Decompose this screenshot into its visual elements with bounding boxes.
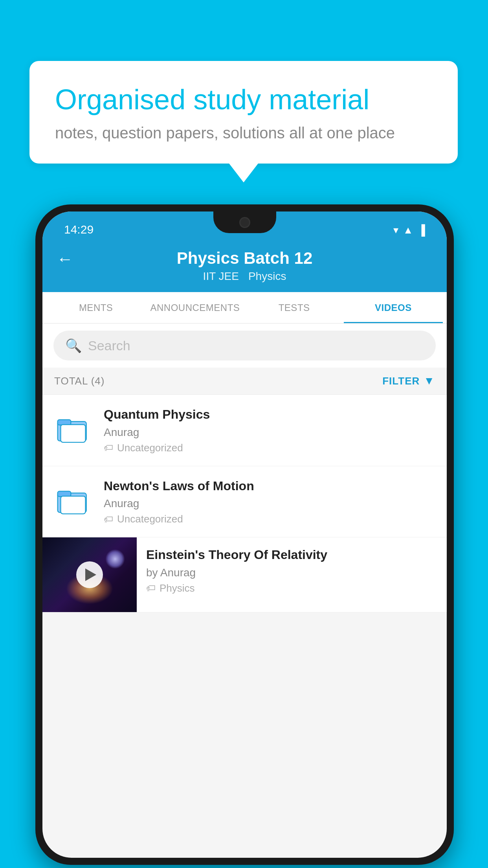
header-tag-iitjee: IIT JEE: [203, 270, 239, 283]
battery-icon: ▐: [418, 224, 425, 236]
app-header: ← Physics Batch 12 IIT JEE Physics: [42, 241, 447, 292]
phone-container: 14:29 ▾ ▲ ▐ ← Physics Batch 12 IIT JEE P…: [35, 204, 454, 865]
video-info: Quantum Physics Anurag 🏷 Uncategorized: [104, 406, 436, 454]
thumb-orbs: [105, 549, 125, 569]
folder-icon-container: [53, 478, 93, 521]
search-bar[interactable]: 🔍 Search: [53, 331, 436, 360]
folder-icon-container: [53, 406, 93, 450]
svg-rect-5: [61, 496, 86, 514]
header-title: Physics Batch 12: [177, 249, 313, 268]
video-list: Quantum Physics Anurag 🏷 Uncategorized: [42, 395, 447, 612]
signal-icon: ▲: [403, 224, 413, 236]
video-tag: 🏷 Physics: [146, 582, 437, 594]
filter-icon: ▼: [424, 375, 435, 387]
speech-bubble: Organised study material notes, question…: [29, 61, 458, 164]
list-item[interactable]: Einstein's Theory Of Relativity by Anura…: [42, 537, 447, 612]
header-tag-physics: Physics: [248, 270, 286, 283]
video-title: Quantum Physics: [104, 406, 436, 423]
tab-tests[interactable]: TESTS: [245, 292, 344, 323]
bubble-title: Organised study material: [55, 83, 432, 116]
status-time: 14:29: [64, 223, 94, 236]
tab-videos[interactable]: VIDEOS: [344, 292, 443, 323]
video-tag: 🏷 Uncategorized: [104, 442, 436, 454]
svg-rect-2: [61, 425, 86, 442]
bubble-subtitle: notes, question papers, solutions all at…: [55, 124, 432, 142]
search-placeholder: Search: [88, 338, 130, 353]
play-icon: [85, 568, 96, 581]
search-container: 🔍 Search: [42, 324, 447, 368]
total-count: TOTAL (4): [54, 375, 105, 387]
folder-icon: [55, 410, 91, 446]
tag-icon: 🏷: [104, 442, 113, 453]
front-camera: [239, 217, 250, 228]
list-item[interactable]: Quantum Physics Anurag 🏷 Uncategorized: [42, 395, 447, 466]
tag-icon: 🏷: [104, 514, 113, 525]
play-button[interactable]: [76, 561, 103, 588]
video-info: Einstein's Theory Of Relativity by Anura…: [137, 537, 447, 604]
video-title: Einstein's Theory Of Relativity: [146, 547, 437, 563]
back-button[interactable]: ←: [57, 250, 73, 268]
phone-notch: [213, 211, 276, 233]
filter-button[interactable]: FILTER ▼: [382, 375, 435, 387]
video-author: Anurag: [104, 426, 436, 439]
video-tag: 🏷 Uncategorized: [104, 513, 436, 525]
filter-label: FILTER: [382, 375, 420, 387]
phone-screen: 14:29 ▾ ▲ ▐ ← Physics Batch 12 IIT JEE P…: [42, 211, 447, 858]
wifi-icon: ▾: [393, 224, 398, 236]
folder-icon: [55, 482, 91, 517]
tag-label: Uncategorized: [117, 442, 183, 454]
filter-bar: TOTAL (4) FILTER ▼: [42, 368, 447, 395]
video-author: by Anurag: [146, 566, 437, 579]
search-icon: 🔍: [65, 338, 82, 353]
tag-label: Physics: [160, 582, 195, 594]
status-icons: ▾ ▲ ▐: [393, 224, 425, 236]
tabs-bar: MENTS ANNOUNCEMENTS TESTS VIDEOS: [42, 292, 447, 324]
tab-announcements[interactable]: ANNOUNCEMENTS: [145, 292, 244, 323]
video-title: Newton's Laws of Motion: [104, 478, 436, 495]
list-item[interactable]: Newton's Laws of Motion Anurag 🏷 Uncateg…: [42, 466, 447, 538]
video-author: Anurag: [104, 497, 436, 510]
video-thumbnail: [42, 537, 137, 612]
video-info: Newton's Laws of Motion Anurag 🏷 Uncateg…: [104, 478, 436, 526]
tag-label: Uncategorized: [117, 513, 183, 525]
phone-outer: 14:29 ▾ ▲ ▐ ← Physics Batch 12 IIT JEE P…: [35, 204, 454, 865]
tag-icon: 🏷: [146, 583, 156, 594]
tab-ments[interactable]: MENTS: [46, 292, 145, 323]
header-subtitle: IIT JEE Physics: [203, 270, 286, 283]
main-content: 🔍 Search TOTAL (4) FILTER ▼: [42, 324, 447, 828]
screen-content: 14:29 ▾ ▲ ▐ ← Physics Batch 12 IIT JEE P…: [42, 211, 447, 828]
